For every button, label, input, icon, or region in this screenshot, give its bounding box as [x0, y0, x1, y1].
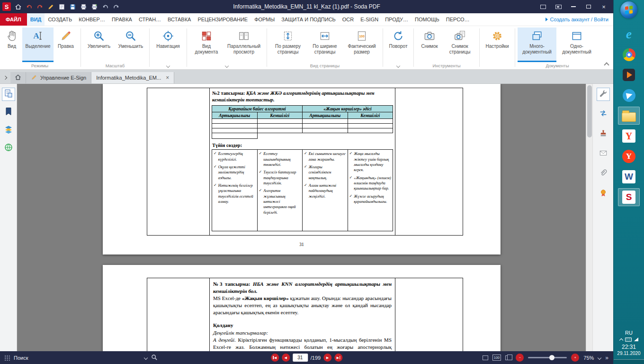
taskbar-clock[interactable]: 22:31 29.11.2020 — [617, 344, 640, 357]
first-page-button[interactable]: ◀ — [271, 354, 279, 362]
menu-ocr[interactable]: OCR — [339, 13, 357, 26]
menu-pages[interactable]: СТРАН… — [135, 13, 164, 26]
view-mode-button[interactable]: Вид — [1, 27, 22, 62]
account-link[interactable]: Создать аккаунт / Войти — [546, 13, 613, 26]
minimize-button[interactable] — [567, 1, 580, 12]
document-area[interactable]: №2 тапсырма: ҚБА және ЖКӘ алгоритмдеріні… — [17, 84, 586, 351]
quick-undo-icon[interactable] — [25, 3, 33, 10]
menu-help[interactable]: ПОМОЩЬ — [411, 13, 443, 26]
show-desktop-button[interactable] — [614, 359, 644, 364]
menu-file[interactable]: ФАЙЛ — [0, 13, 27, 26]
certify-button[interactable] — [597, 187, 610, 200]
zoom-level-label[interactable]: 75% — [583, 355, 594, 361]
network-icon[interactable] — [634, 337, 638, 341]
snapshot-button[interactable]: Снимок — [416, 27, 443, 62]
zoom-out-button[interactable]: Уменьшить — [115, 27, 147, 62]
compare-button[interactable] — [597, 108, 610, 121]
quick-print-page-icon[interactable] — [90, 3, 98, 10]
select-mode-button[interactable]: A Выделение — [22, 27, 54, 62]
taskbar-media-player-button[interactable] — [618, 66, 640, 84]
layers-panel-button[interactable] — [2, 124, 15, 137]
search-icon[interactable] — [151, 354, 158, 362]
page-snapshot-button[interactable]: Снимок страницы — [443, 27, 477, 62]
quick-print-icon[interactable] — [80, 3, 87, 10]
app-logo[interactable]: S — [2, 2, 11, 11]
tab-document[interactable]: Informatika_Metodika_EM... × — [91, 72, 174, 83]
navigation-caret-icon[interactable] — [166, 64, 170, 67]
hidden-icons-chevron-icon[interactable] — [619, 338, 623, 342]
quick-undo2-icon[interactable] — [101, 3, 109, 10]
thumbnails-panel-button[interactable] — [2, 88, 15, 101]
zoom-in-button-status[interactable]: + — [571, 354, 579, 362]
tab-home[interactable] — [10, 72, 26, 83]
navigation-button[interactable]: Навигация — [152, 27, 184, 62]
zoom-slider-thumb[interactable] — [549, 355, 555, 360]
quick-redo-icon[interactable] — [36, 3, 44, 10]
fit-page-button[interactable]: По размеру страницы — [269, 27, 306, 62]
menu-forms[interactable]: ФОРМЫ — [251, 13, 278, 26]
actual-size-status-icon[interactable]: 100 — [492, 355, 501, 361]
previous-page-button[interactable]: ◀ — [282, 354, 290, 362]
quick-note-icon[interactable] — [58, 3, 65, 10]
edit-mode-button[interactable]: Правка — [54, 27, 78, 62]
rotate-caret-icon[interactable] — [396, 64, 400, 67]
sidebar-expand-button[interactable] — [0, 72, 10, 83]
taskbar-explorer-button[interactable] — [618, 107, 640, 125]
mail-button[interactable] — [597, 147, 610, 161]
menu-secure[interactable]: ЗАЩИТА И ПОДПИСЬ — [278, 13, 339, 26]
last-page-button[interactable]: ▶ — [334, 354, 342, 362]
parallel-view-button[interactable]: Параллельный просмотр — [224, 27, 264, 62]
tab-close-icon[interactable]: × — [166, 74, 169, 81]
menu-products[interactable]: ПРОДУ… — [382, 13, 411, 26]
next-page-button[interactable]: ▶ — [323, 354, 331, 362]
language-indicator[interactable]: RU — [625, 330, 633, 336]
zoom-options-chevron-icon[interactable] — [598, 355, 601, 359]
window-layout-icon[interactable] — [552, 1, 565, 12]
scrollbar-thumb[interactable] — [587, 85, 592, 137]
menu-create[interactable]: СОЗДАТЬ — [45, 13, 75, 26]
menu-personalize[interactable]: ПЕРСО… — [443, 13, 473, 26]
docview-caret-icon[interactable] — [225, 64, 229, 67]
attachments-button[interactable] — [597, 167, 610, 181]
multi-document-button[interactable]: Много-документный — [518, 27, 556, 62]
fullscreen-icon[interactable] — [537, 1, 550, 12]
start-button[interactable] — [620, 1, 637, 18]
bookmarks-panel-button[interactable] — [2, 106, 15, 119]
settings-button[interactable]: Настройки — [482, 27, 512, 62]
rotate-button[interactable]: Поворот — [385, 27, 411, 62]
grid-dots-icon[interactable] — [4, 355, 10, 361]
ribbon-collapse-button[interactable] — [604, 62, 609, 67]
fit-screen-icon[interactable] — [483, 355, 488, 360]
stamp-button[interactable] — [597, 127, 610, 141]
quick-save-icon[interactable] — [69, 3, 76, 10]
tab-esign[interactable]: Управление E-Sign — [26, 72, 91, 83]
zoom-out-button-status[interactable]: − — [516, 354, 524, 362]
taskbar-sodapdf-button[interactable]: S — [618, 188, 640, 206]
search-label[interactable]: Поиск — [14, 355, 28, 361]
tools-button[interactable] — [597, 88, 610, 101]
links-panel-button[interactable] — [2, 142, 15, 155]
page-number-input[interactable]: 31 — [293, 354, 308, 362]
taskbar-yandex-button[interactable]: Y — [618, 147, 640, 165]
zoom-slider[interactable] — [528, 357, 567, 358]
zoom-in-button[interactable]: Увеличить — [83, 27, 115, 62]
taskbar-chrome-button[interactable] — [618, 46, 640, 64]
vertical-scrollbar[interactable] — [586, 84, 592, 351]
menu-esign[interactable]: E-SIGN — [357, 13, 382, 26]
document-view-button[interactable]: Вид документа — [189, 27, 224, 62]
menu-review[interactable]: РЕЦЕНЗИРОВАНИЕ — [194, 13, 251, 26]
touch-keyboard-icon[interactable] — [625, 337, 632, 342]
quick-redo2-icon[interactable] — [112, 3, 120, 10]
fit-width-button[interactable]: По ширине страницы — [306, 27, 343, 62]
taskbar-telegram-button[interactable] — [618, 86, 640, 104]
actual-size-button[interactable]: 100 Фактический размер — [343, 27, 380, 62]
taskbar-yandex-browser-button[interactable]: Y — [618, 127, 640, 145]
menu-edit[interactable]: ПРАВКА — [108, 13, 135, 26]
search-options-chevron-icon[interactable] — [144, 355, 148, 359]
close-button[interactable]: × — [597, 1, 610, 12]
quick-home-icon[interactable] — [14, 3, 22, 10]
quick-edit-icon[interactable] — [47, 3, 54, 10]
taskbar-word-button[interactable]: W — [618, 168, 640, 186]
page-layout-icon[interactable] — [505, 355, 511, 360]
statusbar-more-icon[interactable]: » — [605, 355, 608, 361]
